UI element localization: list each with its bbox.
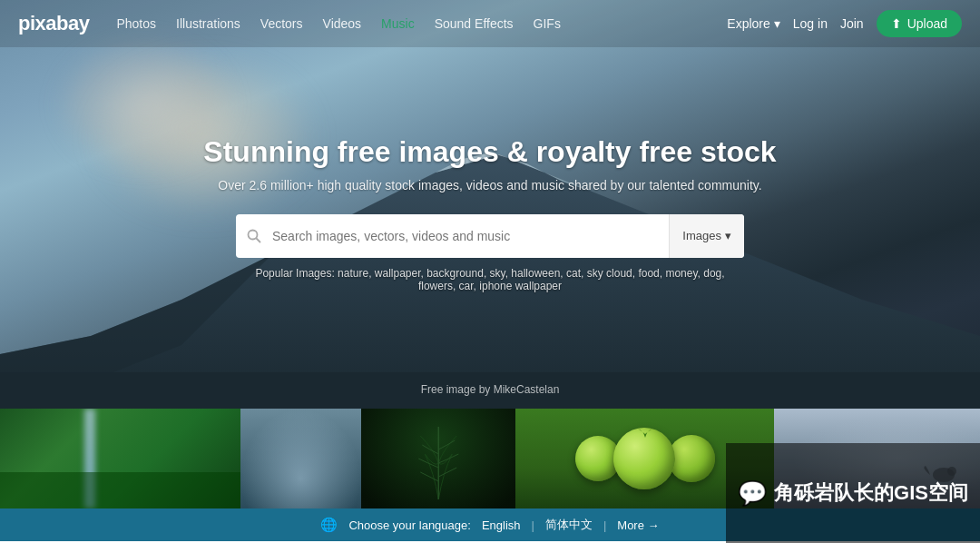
nav-videos[interactable]: Videos	[323, 16, 362, 31]
nav-music[interactable]: Music	[381, 16, 415, 31]
nav-sound-effects[interactable]: Sound Effects	[435, 16, 514, 31]
upload-button[interactable]: ⬆ Upload	[877, 10, 962, 37]
english-language-link[interactable]: English	[482, 518, 521, 532]
hero-title: Stunning free images & royalty free stoc…	[203, 135, 776, 169]
thumb-fern[interactable]	[361, 409, 516, 508]
explore-label: Explore	[727, 16, 769, 31]
hero-credit: Free image by MikeCastelan	[421, 383, 560, 396]
nav-vectors[interactable]: Vectors	[260, 16, 303, 31]
watermark-overlay: 💬 角砾岩队长的GIS空间	[726, 443, 980, 508]
navbar: pixabay Photos Illustrations Vectors Vid…	[0, 0, 980, 47]
login-button[interactable]: Log in	[793, 16, 828, 31]
thumb-mist[interactable]	[240, 409, 361, 508]
hero-subtitle: Over 2.6 million+ high quality stock ima…	[203, 178, 776, 193]
search-bar: Images ▾	[236, 214, 744, 258]
thumb-forest[interactable]	[0, 409, 240, 508]
upload-label: Upload	[907, 16, 947, 31]
search-icon	[236, 229, 272, 243]
watermark-label: 角砾岩队长的GIS空间	[774, 479, 968, 507]
wechat-icon: 💬	[738, 479, 767, 508]
more-languages-link[interactable]: More →	[617, 518, 659, 532]
thumbnail-strip: 💬 角砾岩队长的GIS空间	[0, 409, 980, 508]
globe-icon: 🌐	[320, 517, 338, 533]
footer-divider-2: |	[603, 518, 606, 532]
search-type-label: Images	[682, 229, 721, 242]
search-container: Images ▾ Popular Images: nature, wallpap…	[236, 214, 744, 292]
nav-right: Explore ▾ Log in Join ⬆ Upload	[727, 10, 962, 37]
nav-illustrations[interactable]: Illustrations	[176, 16, 240, 31]
hero-content: Stunning free images & royalty free stoc…	[203, 117, 776, 292]
chevron-down-icon: ▾	[774, 16, 780, 31]
nav-gifs[interactable]: GIFs	[534, 16, 561, 31]
nav-photos[interactable]: Photos	[116, 16, 156, 31]
upload-icon: ⬆	[891, 16, 902, 31]
popular-tags: Popular Images: nature, wallpaper, backg…	[236, 267, 744, 292]
search-input[interactable]	[272, 216, 669, 256]
language-label: Choose your language:	[348, 518, 470, 532]
chinese-language-link[interactable]: 简体中文	[545, 517, 593, 533]
popular-label: Popular Images:	[255, 267, 334, 280]
footer-divider: |	[532, 518, 534, 532]
watermark-text: 💬 角砾岩队长的GIS空间	[738, 479, 968, 508]
nav-links: Photos Illustrations Vectors Videos Musi…	[116, 16, 727, 31]
explore-dropdown[interactable]: Explore ▾	[727, 16, 779, 31]
chevron-down-icon: ▾	[725, 229, 731, 242]
hero-section: Stunning free images & royalty free stoc…	[0, 0, 980, 409]
site-logo[interactable]: pixabay	[18, 12, 89, 35]
join-button[interactable]: Join	[840, 16, 864, 31]
svg-line-5	[256, 238, 260, 242]
popular-tag-list: nature, wallpaper, background, sky, hall…	[338, 267, 724, 292]
search-type-dropdown[interactable]: Images ▾	[669, 214, 744, 258]
